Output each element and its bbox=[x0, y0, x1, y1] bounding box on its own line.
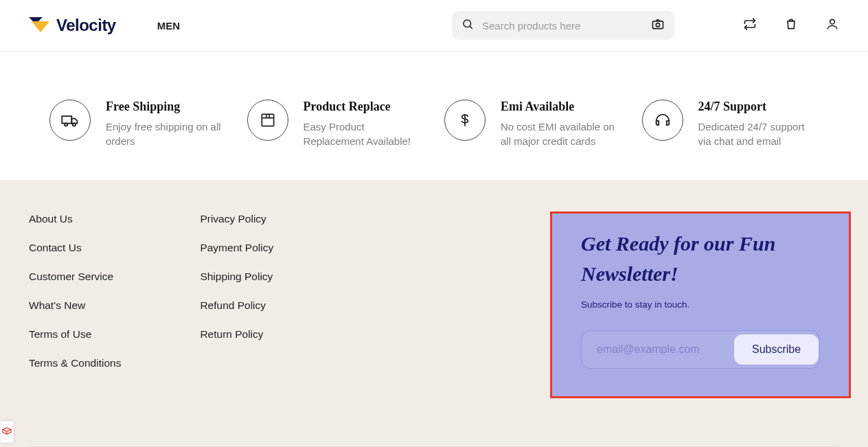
box-icon bbox=[247, 100, 288, 141]
feature-desc: Easy Product Replacement Available! bbox=[304, 119, 424, 148]
feature-support: 24/7 Support Dedicated 24/7 support via … bbox=[642, 100, 819, 148]
svg-rect-4 bbox=[653, 21, 663, 29]
feature-title: 24/7 Support bbox=[698, 100, 819, 114]
feature-desc: Enjoy free shipping on all orders bbox=[106, 119, 227, 148]
svg-point-2 bbox=[464, 20, 471, 27]
nav-men[interactable]: MEN bbox=[157, 20, 180, 32]
header: Velocity MEN bbox=[0, 0, 868, 51]
header-icons bbox=[743, 17, 839, 34]
link-refund[interactable]: Refund Policy bbox=[200, 299, 273, 312]
newsletter-title: Get Ready for our Fun Newsletter! bbox=[581, 229, 820, 288]
newsletter-panel: Get Ready for our Fun Newsletter! Subscr… bbox=[550, 211, 851, 398]
svg-rect-10 bbox=[262, 114, 273, 126]
side-badge[interactable] bbox=[0, 421, 14, 443]
footer: About Us Contact Us Customer Service Wha… bbox=[0, 180, 868, 447]
feature-desc: No cost EMI available on all major credi… bbox=[501, 119, 621, 148]
dollar-icon bbox=[444, 100, 486, 141]
newsletter-sub: Subscribe to stay in touch. bbox=[581, 299, 820, 310]
link-whatsnew[interactable]: What's New bbox=[29, 299, 121, 312]
svg-rect-7 bbox=[62, 116, 71, 124]
link-tandc[interactable]: Terms & Conditions bbox=[29, 357, 121, 369]
link-terms[interactable]: Terms of Use bbox=[29, 328, 121, 341]
brand-text: Velocity bbox=[56, 16, 116, 35]
feature-replace: Product Replace Easy Product Replacement… bbox=[247, 100, 424, 148]
svg-point-5 bbox=[656, 23, 659, 27]
headset-icon bbox=[642, 100, 683, 141]
feature-shipping: Free Shipping Enjoy free shipping on all… bbox=[49, 100, 227, 148]
search-bar[interactable] bbox=[452, 11, 674, 40]
svg-point-6 bbox=[830, 19, 835, 24]
logo-mark-icon bbox=[29, 17, 51, 34]
search-input[interactable] bbox=[482, 20, 643, 32]
camera-icon[interactable] bbox=[651, 17, 665, 34]
truck-icon bbox=[49, 100, 91, 141]
newsletter-form: Subscribe bbox=[581, 330, 820, 369]
feature-title: Product Replace bbox=[304, 100, 424, 114]
feature-title: Emi Available bbox=[501, 100, 621, 114]
search-icon bbox=[461, 18, 474, 33]
feature-emi: Emi Available No cost EMI available on a… bbox=[444, 100, 621, 148]
compare-icon[interactable] bbox=[743, 17, 757, 34]
svg-point-9 bbox=[73, 123, 76, 126]
svg-point-8 bbox=[65, 123, 67, 126]
feature-desc: Dedicated 24/7 support via chat and emai… bbox=[698, 119, 819, 148]
link-privacy[interactable]: Privacy Policy bbox=[200, 213, 273, 225]
footer-col-1: About Us Contact Us Customer Service Wha… bbox=[29, 213, 121, 386]
link-return[interactable]: Return Policy bbox=[200, 328, 273, 341]
feature-title: Free Shipping bbox=[106, 100, 227, 114]
features-row: Free Shipping Enjoy free shipping on all… bbox=[0, 51, 868, 180]
svg-line-3 bbox=[470, 26, 472, 28]
user-icon[interactable] bbox=[825, 17, 839, 34]
newsletter-email-input[interactable] bbox=[597, 343, 734, 356]
link-payment[interactable]: Payment Policy bbox=[200, 242, 273, 254]
link-about[interactable]: About Us bbox=[29, 213, 121, 225]
bag-icon[interactable] bbox=[784, 17, 798, 34]
link-contact[interactable]: Contact Us bbox=[29, 242, 121, 254]
logo[interactable]: Velocity bbox=[29, 16, 116, 35]
subscribe-button[interactable]: Subscribe bbox=[734, 334, 819, 365]
svg-marker-1 bbox=[32, 21, 49, 32]
footer-col-2: Privacy Policy Payment Policy Shipping P… bbox=[200, 213, 273, 386]
link-custservice[interactable]: Customer Service bbox=[29, 271, 121, 283]
link-shipping[interactable]: Shipping Policy bbox=[200, 271, 273, 283]
